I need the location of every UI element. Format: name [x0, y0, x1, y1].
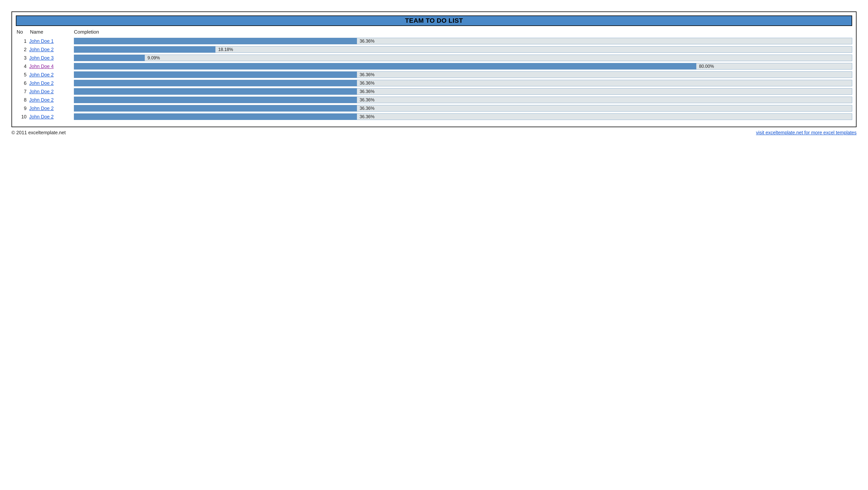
completion-bar-fill [74, 105, 357, 111]
row-bar-cell: 36.36% [71, 113, 852, 121]
row-number: 7 [16, 88, 29, 95]
col-header-no: No [16, 28, 29, 37]
row-name-cell: John Doe 2 [29, 96, 71, 104]
completion-bar-label: 36.36% [357, 38, 374, 44]
completion-bar: 36.36% [74, 97, 852, 103]
copyright-text: © 2011 exceltemplate.net [11, 130, 66, 135]
title-bar: TEAM TO DO LIST [16, 16, 852, 26]
row-name-cell: John Doe 2 [29, 113, 71, 121]
completion-bar-fill [74, 47, 215, 53]
row-number: 3 [16, 54, 29, 62]
footer-link[interactable]: visit exceltemplate.net for more excel t… [756, 130, 857, 135]
completion-bar-label: 9.09% [145, 55, 160, 61]
name-link[interactable]: John Doe 2 [29, 105, 54, 111]
completion-bar-label: 36.36% [357, 89, 374, 94]
completion-bar: 36.36% [74, 38, 852, 44]
name-link[interactable]: John Doe 2 [29, 97, 54, 102]
row-number: 4 [16, 62, 29, 70]
row-name-cell: John Doe 2 [29, 104, 71, 112]
row-name-cell: John Doe 1 [29, 37, 71, 45]
completion-bar-label: 36.36% [357, 106, 374, 111]
name-link[interactable]: John Doe 4 [29, 64, 54, 69]
row-number: 8 [16, 96, 29, 104]
col-header-name: Name [29, 28, 71, 37]
completion-bar-fill [74, 88, 357, 94]
completion-bar: 36.36% [74, 114, 852, 120]
row-bar-cell: 80.00% [71, 62, 852, 70]
row-name-cell: John Doe 3 [29, 54, 71, 62]
completion-bar: 9.09% [74, 55, 852, 61]
row-name-cell: John Doe 2 [29, 79, 71, 87]
completion-bar-fill [74, 71, 357, 78]
row-bar-cell: 36.36% [71, 79, 852, 87]
name-link[interactable]: John Doe 1 [29, 38, 54, 44]
completion-bar-label: 36.36% [357, 72, 374, 77]
completion-bar: 36.36% [74, 80, 852, 86]
row-number: 5 [16, 71, 29, 79]
completion-bar-label: 36.36% [357, 97, 374, 102]
completion-bar-fill [74, 114, 357, 120]
completion-bar-fill [74, 38, 357, 44]
completion-bar-fill [74, 63, 696, 69]
row-name-cell: John Doe 2 [29, 71, 71, 79]
row-bar-cell: 36.36% [71, 87, 852, 96]
completion-bar: 36.36% [74, 71, 852, 78]
name-link[interactable]: John Doe 2 [29, 89, 54, 94]
row-name-cell: John Doe 2 [29, 88, 71, 95]
row-number: 1 [16, 37, 29, 45]
completion-bar: 36.36% [74, 105, 852, 112]
name-link[interactable]: John Doe 2 [29, 81, 54, 86]
row-number: 9 [16, 104, 29, 112]
row-bar-cell: 9.09% [71, 54, 852, 62]
data-grid: No Name Completion 1John Doe 136.36%2Joh… [16, 28, 852, 121]
row-number: 2 [16, 45, 29, 54]
footer-link-wrap: visit exceltemplate.net for more excel t… [756, 130, 857, 135]
completion-bar-label: 36.36% [357, 114, 374, 119]
row-number: 6 [16, 79, 29, 87]
completion-bar-fill [74, 55, 145, 61]
completion-bar: 36.36% [74, 88, 852, 95]
name-link[interactable]: John Doe 2 [29, 47, 54, 52]
completion-bar-label: 36.36% [357, 81, 374, 86]
row-number: 10 [16, 113, 29, 121]
row-bar-cell: 36.36% [71, 37, 852, 45]
chart-frame: TEAM TO DO LIST No Name Completion 1John… [11, 11, 857, 127]
row-name-cell: John Doe 2 [29, 45, 71, 54]
name-link[interactable]: John Doe 2 [29, 114, 54, 119]
footer: © 2011 exceltemplate.net visit exceltemp… [11, 130, 857, 135]
row-bar-cell: 36.36% [71, 96, 852, 104]
row-bar-cell: 36.36% [71, 104, 852, 113]
row-bar-cell: 36.36% [71, 70, 852, 79]
completion-bar-label: 80.00% [696, 64, 714, 69]
completion-bar-label: 18.18% [215, 47, 233, 52]
completion-bar-fill [74, 97, 357, 103]
completion-bar: 18.18% [74, 46, 852, 53]
row-name-cell: John Doe 4 [29, 62, 71, 70]
col-header-completion: Completion [71, 28, 852, 37]
row-bar-cell: 18.18% [71, 45, 852, 54]
name-link[interactable]: John Doe 3 [29, 55, 54, 61]
name-link[interactable]: John Doe 2 [29, 72, 54, 77]
completion-bar-fill [74, 80, 357, 86]
completion-bar: 80.00% [74, 63, 852, 69]
